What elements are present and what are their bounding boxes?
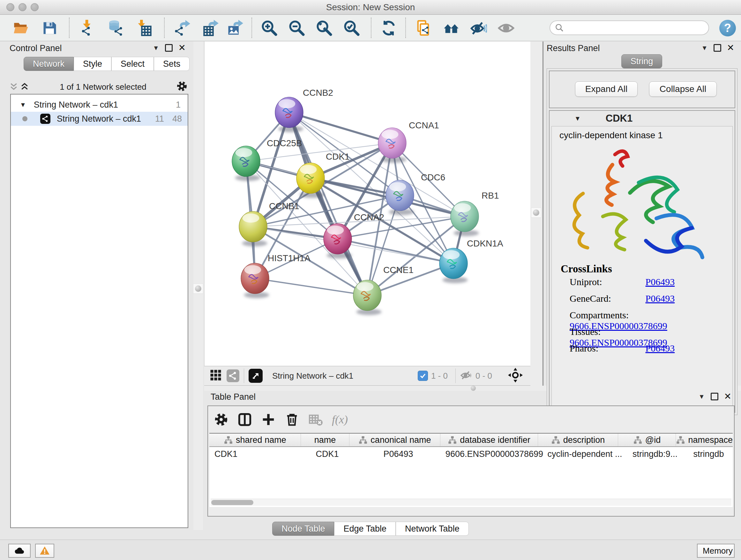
network-edge-HIST1H1A-CCNE1[interactable] xyxy=(255,278,367,295)
import-network-file-icon[interactable] xyxy=(78,20,95,37)
column-header[interactable]: canonical name xyxy=(349,434,441,446)
import-network-database-icon[interactable] xyxy=(107,20,124,37)
network-node-CCNA1[interactable] xyxy=(378,128,407,163)
minimize-window-button[interactable] xyxy=(18,3,26,11)
column-header[interactable]: namespace xyxy=(676,434,733,446)
warnings-button[interactable] xyxy=(35,544,54,558)
control-panel-tabs: NetworkStyleSelectSets xyxy=(23,57,190,71)
network-node-CCNA2[interactable] xyxy=(324,224,352,259)
open-session-icon[interactable] xyxy=(13,20,29,37)
network-node-CDK1[interactable] xyxy=(296,163,325,198)
apply-layout-icon[interactable] xyxy=(381,20,397,37)
clone-network-icon[interactable] xyxy=(415,20,431,37)
delete-column-icon[interactable] xyxy=(285,412,299,427)
table-options-gear-icon[interactable] xyxy=(214,412,228,427)
column-header[interactable]: database identifier xyxy=(441,434,538,446)
table-row[interactable]: CDK1 CDK1 P06493 9606.ENSP00000378699 cy… xyxy=(209,447,733,461)
cell-id[interactable]: stringdb:9... xyxy=(625,447,684,461)
cell-namespace[interactable]: stringdb xyxy=(684,447,733,461)
panel-float-icon[interactable] xyxy=(714,44,721,52)
export-table-icon[interactable] xyxy=(202,20,219,37)
panel-menu-icon[interactable]: ▼ xyxy=(701,44,708,52)
network-node-HIST1H1A[interactable] xyxy=(241,263,269,298)
panel-close-icon[interactable]: ✕ xyxy=(727,44,734,52)
network-node-CCNB2[interactable] xyxy=(275,97,304,132)
panel-menu-icon[interactable]: ▼ xyxy=(698,393,705,400)
network-edge-CCNA2-CDKN1A[interactable] xyxy=(338,239,454,263)
network-options-gear-icon[interactable] xyxy=(176,80,188,93)
tab-network-table[interactable]: Network Table xyxy=(396,522,469,536)
cell-shared-name[interactable]: CDK1 xyxy=(209,447,302,461)
panel-float-icon[interactable] xyxy=(165,44,173,52)
panel-float-icon[interactable] xyxy=(711,393,718,400)
cell-database-identifier[interactable]: 9606.ENSP00000378699 xyxy=(445,447,544,461)
export-image-icon[interactable] xyxy=(226,20,243,37)
tab-select[interactable]: Select xyxy=(111,57,154,71)
pan-crosshair-icon[interactable] xyxy=(508,368,523,384)
tab-sets[interactable]: Sets xyxy=(154,57,190,71)
network-node-CCNB1[interactable] xyxy=(239,211,267,246)
import-table-file-icon[interactable] xyxy=(136,20,152,37)
expand-all-button[interactable]: Expand All xyxy=(575,81,637,97)
section-collapse-icon[interactable]: ▼ xyxy=(575,115,581,122)
right-splitter-handle[interactable] xyxy=(531,207,541,218)
zoom-window-button[interactable] xyxy=(30,3,39,11)
cell-name[interactable]: CDK1 xyxy=(302,447,352,461)
export-network-icon[interactable] xyxy=(174,20,190,37)
expand-all-chevron-icon[interactable] xyxy=(19,82,30,91)
crosslink-link[interactable]: P06493 xyxy=(646,293,675,304)
network-row[interactable]: String Network – cdk1 11 48 xyxy=(11,112,188,126)
string-network-badge-icon[interactable] xyxy=(226,369,239,382)
save-session-icon[interactable] xyxy=(42,20,58,37)
hide-selected-eye-slash-icon[interactable] xyxy=(470,20,487,37)
zoom-fit-icon[interactable] xyxy=(316,20,333,37)
gene-section-header[interactable]: ▼ CDK1 xyxy=(549,111,735,126)
collapse-all-chevron-icon[interactable] xyxy=(8,82,19,91)
show-all-eye-icon[interactable] xyxy=(498,20,515,37)
network-node-CDC25B[interactable] xyxy=(232,146,260,181)
collapse-all-button[interactable]: Collapse All xyxy=(649,81,717,97)
left-splitter-handle[interactable] xyxy=(193,284,203,294)
horizontal-scrollbar[interactable] xyxy=(211,499,731,506)
selected-checkbox-icon[interactable] xyxy=(418,371,428,381)
birdseye-view-icon[interactable] xyxy=(249,369,263,383)
help-button[interactable]: ? xyxy=(719,20,736,37)
cell-canonical-name[interactable]: P06493 xyxy=(352,447,445,461)
panel-menu-icon[interactable]: ▼ xyxy=(153,44,159,52)
tab-string[interactable]: String xyxy=(621,54,663,68)
network-node-RB1[interactable] xyxy=(451,201,479,236)
grid-view-icon[interactable] xyxy=(210,369,221,382)
column-header[interactable]: shared name xyxy=(209,434,301,446)
cell-description[interactable]: cyclin-dependent ... xyxy=(544,447,625,461)
column-header[interactable]: name xyxy=(301,434,349,446)
column-header[interactable]: @id xyxy=(618,434,676,446)
home-icon[interactable] xyxy=(443,20,460,37)
network-node-CDC6[interactable] xyxy=(386,180,414,215)
show-columns-icon[interactable] xyxy=(238,412,252,427)
collection-expand-icon[interactable]: ▼ xyxy=(20,101,26,109)
close-window-button[interactable] xyxy=(6,3,14,11)
panel-close-icon[interactable]: ✕ xyxy=(179,44,186,52)
crosslink-link[interactable]: P06493 xyxy=(646,343,675,354)
network-edge-CCNB2-CCNA1[interactable] xyxy=(289,112,392,143)
zoom-selected-icon[interactable] xyxy=(343,20,360,37)
column-header[interactable]: description xyxy=(538,434,618,446)
zoom-in-icon[interactable] xyxy=(261,20,278,37)
network-collection-row[interactable]: ▼ String Network – cdk1 1 xyxy=(11,98,188,112)
network-canvas[interactable]: CCNB2CCNA1CDC25BCDK1CDC6RB1CCNB1CCNA2CDK… xyxy=(204,42,530,366)
network-node-CDKN1A[interactable] xyxy=(440,248,468,283)
tab-node-table[interactable]: Node Table xyxy=(272,522,334,536)
scrollbar-thumb[interactable] xyxy=(211,500,253,505)
cloud-services-button[interactable] xyxy=(8,544,30,558)
tab-network[interactable]: Network xyxy=(23,57,74,71)
hidden-eye-slash-icon[interactable] xyxy=(460,369,472,382)
memory-button[interactable]: Memory xyxy=(697,544,735,558)
tab-edge-table[interactable]: Edge Table xyxy=(334,522,396,536)
network-node-CCNE1[interactable] xyxy=(353,280,382,315)
panel-close-icon[interactable]: ✕ xyxy=(724,393,731,400)
add-column-icon[interactable] xyxy=(261,412,276,427)
search-input[interactable] xyxy=(564,23,709,33)
zoom-out-icon[interactable] xyxy=(288,20,305,37)
tab-style[interactable]: Style xyxy=(74,57,111,71)
crosslink-link[interactable]: P06493 xyxy=(646,276,675,287)
